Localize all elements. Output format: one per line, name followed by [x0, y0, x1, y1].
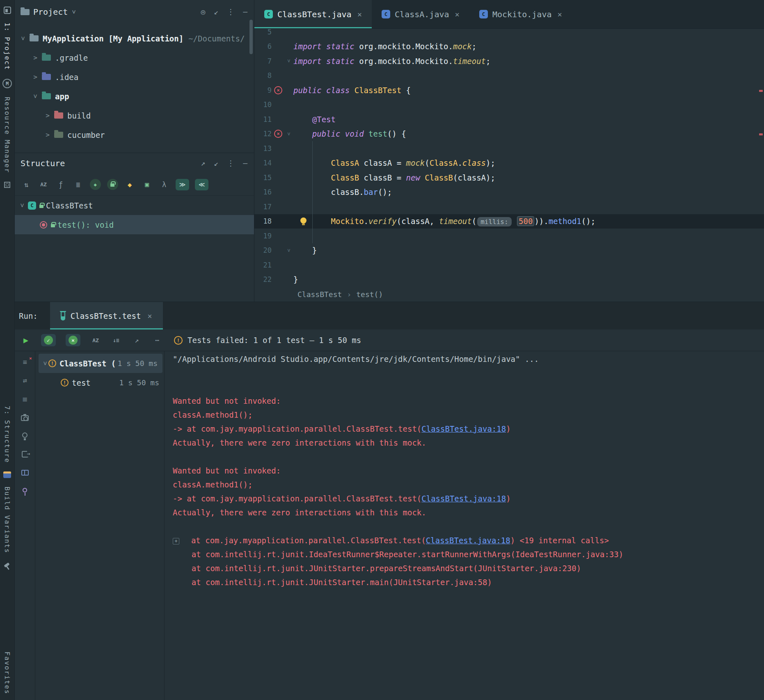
tool-button-structure[interactable]: 7: Structure	[3, 406, 11, 463]
expand-icon[interactable]: ↗	[131, 334, 142, 346]
camera-icon[interactable]	[20, 412, 30, 422]
project-tree-item[interactable]: >build	[15, 106, 254, 125]
code-line[interactable]: 17	[254, 199, 764, 214]
close-icon[interactable]: ×	[357, 10, 362, 19]
show-failed-icon[interactable]: ×	[66, 334, 80, 346]
close-icon[interactable]: ×	[557, 10, 562, 19]
tool-button-build-variants[interactable]: Build Variants	[3, 487, 11, 554]
hide-passed-icon[interactable]: ≡×	[20, 357, 30, 367]
version-badge-icon[interactable]: M	[2, 79, 12, 88]
console-output[interactable]: "/Applications/Android Studio.app/Conten…	[164, 351, 764, 700]
fold-marker-icon[interactable]: >	[285, 58, 293, 64]
chevron-down-icon[interactable]: >	[70, 10, 78, 14]
sort-alpha-icon[interactable]: AZ	[38, 179, 49, 190]
diamond-icon[interactable]: ◆	[124, 179, 135, 190]
project-tree-item[interactable]: >MyApplication [My Application]~/Documen…	[15, 29, 254, 48]
chevron-expanded-icon[interactable]: >	[19, 35, 27, 42]
stop-icon[interactable]: ■	[20, 394, 30, 404]
sort-alpha-icon[interactable]: AZ	[90, 334, 101, 346]
project-tree-item[interactable]: >.idea	[15, 67, 254, 87]
test-tree-item[interactable]: >!ClassBTest (1 s 50 ms	[39, 354, 162, 373]
hide-panel-icon[interactable]: —	[243, 8, 247, 16]
structure-item[interactable]: test(): void	[15, 215, 254, 234]
chevron-expanded-icon[interactable]: >	[41, 360, 49, 367]
code-line[interactable]: 15 ClassB classB = new ClassB(classA);	[254, 170, 764, 185]
project-tree-item[interactable]: >app	[15, 87, 254, 106]
code-line[interactable]: 10	[254, 98, 764, 112]
code-line[interactable]: 20> }	[254, 243, 764, 258]
code-line[interactable]: 9×public class ClassBTest {	[254, 83, 764, 98]
close-icon[interactable]: ×	[147, 311, 152, 320]
code-line[interactable]: 12×> public void test() {	[254, 127, 764, 142]
collapse-all-icon[interactable]: ↙	[214, 8, 218, 16]
rerun-icon[interactable]: ▶	[21, 334, 31, 346]
show-list-icon[interactable]: ≣	[72, 179, 84, 190]
lock-filter-icon[interactable]	[107, 179, 118, 190]
collapse-all-icon[interactable]: ↙	[214, 160, 218, 167]
layout-icon[interactable]	[20, 468, 30, 478]
code-line[interactable]: 19	[254, 229, 764, 243]
stacktrace-link[interactable]: ClassBTest.java:18	[426, 536, 510, 545]
locate-icon[interactable]: ◎	[201, 8, 205, 16]
stacktrace-link[interactable]: ClassBTest.java:18	[421, 424, 506, 433]
run-tab[interactable]: ClassBTest.test ×	[50, 302, 163, 329]
breadcrumb-item[interactable]: test()	[356, 290, 383, 299]
error-stripe-mark[interactable]	[759, 133, 763, 135]
code-editor[interactable]: 56import static org.mockito.Mockito.mock…	[254, 29, 764, 287]
tool-button-project[interactable]: 1: Project	[3, 23, 11, 70]
more-icon[interactable]: ⋯	[152, 334, 162, 346]
tag-icon[interactable]: ◆	[89, 179, 101, 190]
filter-exclude-icon[interactable]: ≪	[195, 179, 208, 190]
error-stripe-mark[interactable]	[759, 90, 763, 92]
hide-panel-icon[interactable]: —	[243, 160, 247, 167]
editor-tab-mockito-java[interactable]: CMockito.java×	[469, 0, 572, 28]
chevron-collapsed-icon[interactable]: >	[44, 131, 51, 139]
editor-tab-classa-java[interactable]: CClassA.java×	[372, 0, 469, 28]
test-tree[interactable]: >!ClassBTest (1 s 50 ms!test1 s 50 ms	[35, 351, 164, 700]
intention-bulb-icon[interactable]	[300, 217, 307, 224]
cube-icon[interactable]	[4, 182, 10, 188]
code-line[interactable]: 13	[254, 141, 764, 156]
sort-duration-icon[interactable]: ↓≡	[111, 334, 121, 346]
fold-marker-icon[interactable]: >	[285, 247, 293, 254]
chevron-collapsed-icon[interactable]: >	[32, 54, 39, 62]
breadcrumb-item[interactable]: ClassBTest	[297, 290, 342, 299]
test-tree-item[interactable]: !test1 s 50 ms	[35, 373, 164, 392]
hammer-icon[interactable]	[3, 562, 11, 570]
code-line[interactable]: 5	[254, 29, 764, 39]
show-passed-icon[interactable]: ✓	[41, 334, 56, 346]
show-functions-icon[interactable]: ƒ	[55, 179, 66, 190]
filter-include-icon[interactable]: ≫	[176, 179, 189, 190]
tool-button-resource-manager[interactable]: Resource Manager	[3, 97, 11, 173]
code-line[interactable]: 8	[254, 69, 764, 83]
expand-fold-icon[interactable]: +	[173, 538, 179, 544]
structure-tree[interactable]: >CClassBTesttest(): void	[15, 196, 254, 234]
pin-icon[interactable]	[20, 486, 30, 496]
scope-icon[interactable]: ▣	[141, 179, 153, 190]
code-line[interactable]: 14 ClassA classA = mock(ClassA.class);	[254, 156, 764, 171]
tool-button-favorites[interactable]: Favorites	[3, 652, 11, 695]
chevron-expanded-icon[interactable]: >	[32, 93, 39, 100]
chevron-collapsed-icon[interactable]: >	[44, 112, 51, 119]
code-line[interactable]: 22}	[254, 272, 764, 287]
more-options-icon[interactable]: ⋮	[227, 8, 234, 16]
expand-all-icon[interactable]: ↗	[201, 160, 205, 167]
swap-order-icon[interactable]: ⇄	[20, 375, 30, 385]
project-tree-item[interactable]: >cucumber	[15, 125, 254, 144]
error-gutter-icon[interactable]: ×	[272, 130, 285, 138]
fold-marker-icon[interactable]: >	[285, 131, 293, 137]
code-line[interactable]: 11 @Test	[254, 112, 764, 127]
editor-tab-classbtest-java[interactable]: CClassBTest.java×	[254, 0, 372, 28]
more-options-icon[interactable]: ⋮	[227, 160, 234, 167]
bulb-icon[interactable]	[20, 431, 30, 441]
sort-icon[interactable]: ⇅	[21, 179, 32, 190]
project-tree[interactable]: >MyApplication [My Application]~/Documen…	[15, 24, 254, 144]
stacktrace-link[interactable]: ClassBTest.java:18	[421, 494, 506, 503]
lambda-icon[interactable]: λ	[158, 179, 170, 190]
build-variants-icon[interactable]	[3, 471, 11, 478]
scrollbar-thumb[interactable]	[249, 20, 253, 54]
close-icon[interactable]: ×	[455, 10, 460, 19]
error-gutter-icon[interactable]: ×	[272, 86, 285, 94]
chevron-expanded-icon[interactable]: >	[18, 202, 26, 209]
project-tree-item[interactable]: >.gradle	[15, 48, 254, 67]
